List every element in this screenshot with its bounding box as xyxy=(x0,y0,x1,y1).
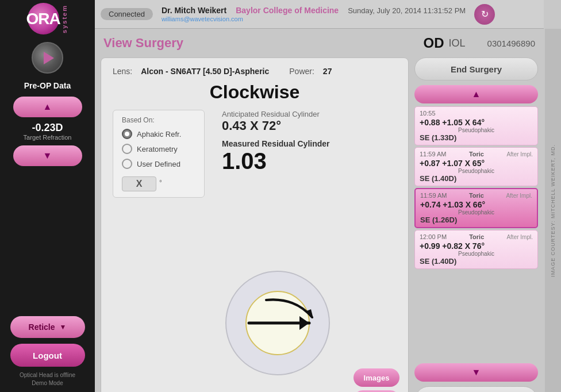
cylinder-section: Based On: Aphakic Refr. Keratometry User… xyxy=(113,110,397,198)
sidebar: ORA system Pre-OP Data -0.23D Target Ref… xyxy=(0,0,95,392)
degree-symbol: ° xyxy=(159,179,162,187)
main-area: Connected Dr. Mitch Weikert Baylor Colle… xyxy=(95,0,544,392)
header-row: View Surgery OD IOL 0301496890 xyxy=(95,29,544,57)
target-value: -0.23D xyxy=(32,122,63,134)
based-on-title: Based On: xyxy=(122,116,195,124)
images-button[interactable]: Images xyxy=(353,368,399,387)
meas-header: 11:59 AM Toric After Impl. xyxy=(420,151,533,157)
nav-down-button[interactable]: ▼ xyxy=(414,363,538,382)
meas-header: 10:55 xyxy=(420,110,533,117)
logo-area: ORA system xyxy=(19,3,76,34)
reticle-dropdown-icon: ▼ xyxy=(60,323,67,331)
residual-info: Anticipated Residual Cylinder 0.43 X 72°… xyxy=(222,110,397,174)
keratometry-radio-row[interactable]: Keratometry xyxy=(122,144,195,154)
reticle-button[interactable]: Reticle ▼ xyxy=(10,316,85,338)
offline-status: Optical Head is offline Demo Mode xyxy=(20,371,75,387)
user-defined-radio[interactable] xyxy=(122,159,132,169)
measurement-item[interactable]: 10:55 +0.88 +1.05 X 64° Pseudophakic SE … xyxy=(414,106,538,145)
play-button[interactable] xyxy=(32,42,63,74)
keratometry-radio[interactable] xyxy=(122,144,132,154)
rotation-title: Clockwise xyxy=(113,82,397,103)
user-defined-radio-row[interactable]: User Defined xyxy=(122,159,195,169)
measured-label: Measured Residual Cylinder xyxy=(222,139,397,148)
measurement-item[interactable]: 11:59 AM Toric After Impl. +0.87 +1.07 X… xyxy=(414,147,538,186)
patient-id: 0301496890 xyxy=(487,39,535,48)
watermark-text: IMAGE COURTESY: MITCHELL WEIKERT, MD. xyxy=(550,144,556,277)
logout-button[interactable]: Logout xyxy=(10,344,85,367)
scroll-up-button[interactable] xyxy=(13,97,82,117)
measurement-item[interactable]: 12:00 PM Toric After Impl. +0.99 +0.82 X… xyxy=(414,230,538,269)
doctor-name: Dr. Mitch Weikert xyxy=(162,6,226,15)
target-label: Target Refraction xyxy=(24,134,72,141)
user-defined-input[interactable]: X xyxy=(122,176,156,191)
aphakic-label: Aphakic Refr. xyxy=(137,130,181,139)
page-title: View Surgery xyxy=(103,36,424,51)
measured-value: 1.03 xyxy=(222,148,397,174)
logout-label: Logout xyxy=(33,351,62,360)
measurement-item-selected[interactable]: 11:59 AM Toric After Impl. +0.74 +1.03 X… xyxy=(414,188,538,228)
aphakic-radio[interactable] xyxy=(122,129,132,139)
take-measurement-button[interactable]: TakeMeasurement xyxy=(414,386,538,392)
refresh-button[interactable]: ↻ xyxy=(474,4,495,25)
lens-label: Lens: xyxy=(113,67,132,76)
keratometry-label: Keratometry xyxy=(137,145,178,153)
power-label: Power: xyxy=(289,67,314,76)
ora-text: ORA xyxy=(26,10,60,28)
aphakic-radio-row[interactable]: Aphakic Refr. xyxy=(122,129,195,139)
email: williams@wavetecvision.com xyxy=(162,16,466,22)
action-buttons: Images Notes xyxy=(353,368,399,392)
pre-op-label: Pre-OP Data xyxy=(24,81,71,90)
refresh-icon: ↻ xyxy=(481,9,489,20)
measurements-list: 10:55 +0.88 +1.05 X 64° Pseudophakic SE … xyxy=(414,106,538,360)
nav-up-icon: ▲ xyxy=(472,89,481,99)
anticipated-value: 0.43 X 72° xyxy=(222,118,397,133)
top-bar: Connected Dr. Mitch Weikert Baylor Colle… xyxy=(95,0,544,29)
nav-down-icon: ▼ xyxy=(472,367,481,378)
lens-value: Alcon - SN6AT7 [4.50 D]-Aspheric xyxy=(141,67,269,76)
system-label: system xyxy=(61,5,68,33)
right-panel: End Surgery ▲ 10:55 +0.88 +1.05 X 64° Ps… xyxy=(414,57,538,392)
eye-info: OD IOL 0301496890 xyxy=(424,35,535,51)
meas-header: 12:00 PM Toric After Impl. xyxy=(420,233,533,240)
eye-svg xyxy=(220,266,335,381)
center-panel: Lens: Alcon - SN6AT7 [4.50 D]-Aspheric P… xyxy=(101,57,409,392)
power-value: 27 xyxy=(323,67,332,76)
eye-type: IOL xyxy=(449,37,466,49)
scroll-down-button[interactable] xyxy=(13,145,82,166)
ora-circle: ORA xyxy=(28,3,59,34)
ora-logo: ORA system xyxy=(28,3,68,34)
nav-up-button[interactable]: ▲ xyxy=(414,85,538,103)
content-area: Lens: Alcon - SN6AT7 [4.50 D]-Aspheric P… xyxy=(95,57,544,392)
watermark: IMAGE COURTESY: MITCHELL WEIKERT, MD. xyxy=(545,29,561,392)
college-name: Baylor College of Medicine xyxy=(236,6,339,15)
user-defined-label: User Defined xyxy=(137,160,180,168)
based-on-box: Based On: Aphakic Refr. Keratometry User… xyxy=(113,110,205,198)
connected-status: Connected xyxy=(101,8,153,20)
reticle-label: Reticle xyxy=(29,322,55,332)
eye-diagram xyxy=(220,266,335,383)
eye-label: OD xyxy=(424,35,444,51)
datetime: Sunday, July 20, 2014 11:31:52 PM xyxy=(348,6,466,15)
meas-header: 11:59 AM Toric After Impl. xyxy=(420,192,532,199)
end-surgery-button[interactable]: End Surgery xyxy=(414,57,538,80)
anticipated-label: Anticipated Residual Cylinder xyxy=(222,110,397,118)
lens-info: Lens: Alcon - SN6AT7 [4.50 D]-Aspheric P… xyxy=(113,67,397,76)
